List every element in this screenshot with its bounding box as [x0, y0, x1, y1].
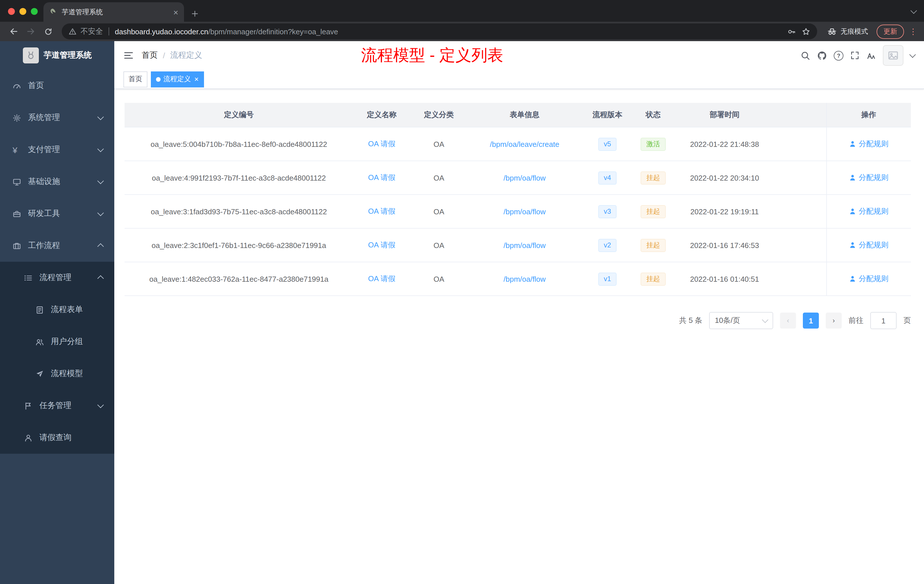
- page-size-select[interactable]: 10条/页: [709, 312, 773, 329]
- status-badge: 挂起: [640, 272, 666, 285]
- col-definition-name: 定义名称: [353, 103, 410, 127]
- app-logo[interactable]: 芋道管理系统: [0, 41, 114, 70]
- definition-name-link[interactable]: OA 请假: [368, 207, 395, 215]
- sidebar-item-payment[interactable]: ¥ 支付管理: [0, 134, 114, 166]
- form-info-link[interactable]: /bpm/oa/flow: [503, 173, 545, 182]
- send-icon: [35, 370, 44, 378]
- definition-table: 定义编号 定义名称 定义分类 表单信息 流程版本 状态 部署时间 操作: [125, 103, 911, 296]
- address-bar[interactable]: 不安全 dashboard.yudao.iocoder.cn/bpm/manag…: [62, 23, 817, 40]
- sidebar-item-label: 流程管理: [40, 272, 71, 283]
- tab-search-icon[interactable]: [911, 7, 917, 14]
- password-key-icon[interactable]: [787, 27, 796, 36]
- avatar-caret-icon[interactable]: [909, 51, 916, 58]
- sidebar-item-label: 请假查询: [40, 432, 71, 443]
- status-badge: 挂起: [640, 171, 666, 184]
- sidebar-item-process-management[interactable]: 流程管理: [0, 262, 114, 294]
- minimize-window-button[interactable]: [20, 8, 26, 15]
- app-navbar: 首页 / 流程定义 流程模型 - 定义列表 ?: [114, 41, 924, 70]
- table-row: oa_leave:5:004b710b-7b8a-11ec-8ef0-acde4…: [125, 127, 911, 161]
- zoom-window-button[interactable]: [31, 8, 38, 15]
- assign-rule-label: 分配规则: [859, 274, 889, 284]
- close-window-button[interactable]: [8, 8, 15, 15]
- tab-close-icon[interactable]: ×: [173, 8, 178, 16]
- search-icon[interactable]: [800, 51, 810, 60]
- tag-home[interactable]: 首页: [124, 71, 147, 87]
- browser-tab[interactable]: 芋道管理系统 ×: [43, 2, 184, 22]
- assign-rule-link[interactable]: 分配规则: [849, 240, 889, 250]
- sidebar-item-process-model[interactable]: 流程模型: [0, 358, 114, 390]
- back-button[interactable]: [6, 23, 22, 40]
- chevron-down-icon: [762, 317, 769, 323]
- sidebar-item-label: 工作流程: [28, 241, 60, 251]
- breadcrumb-home[interactable]: 首页: [142, 50, 158, 61]
- version-badge: v4: [598, 171, 617, 184]
- browser-menu-icon[interactable]: ⋮: [908, 27, 918, 36]
- cell-deploy-time: 2022-01-22 19:19:11: [673, 195, 776, 228]
- active-dot: [156, 77, 160, 81]
- next-page-button[interactable]: ›: [826, 313, 842, 328]
- page-content: 定义编号 定义名称 定义分类 表单信息 流程版本 状态 部署时间 操作: [114, 89, 924, 584]
- chevron-down-icon: [97, 178, 104, 184]
- font-size-icon[interactable]: [866, 51, 876, 60]
- col-deploy-time: 部署时间: [673, 103, 776, 127]
- page-number-button[interactable]: 1: [803, 313, 819, 328]
- cell-filler: [776, 195, 826, 228]
- sidebar-item-leave-query[interactable]: 请假查询: [0, 422, 114, 454]
- table-row: oa_leave:4:991f2193-7b7f-11ec-a3c8-acde4…: [125, 161, 911, 195]
- chevron-down-icon: [97, 402, 104, 408]
- cell-filler: [776, 127, 826, 161]
- sidebar-item-task-management[interactable]: 任务管理: [0, 390, 114, 422]
- sidebar-item-user-group[interactable]: 用户分组: [0, 326, 114, 358]
- url-path: /bpm/manager/definition?key=oa_leave: [208, 27, 338, 36]
- list-icon: [24, 274, 33, 282]
- definition-name-link[interactable]: OA 请假: [368, 139, 395, 148]
- refresh-button[interactable]: [40, 23, 56, 40]
- definition-name-link[interactable]: OA 请假: [368, 274, 395, 283]
- cell-category: OA: [410, 161, 467, 195]
- sidebar-item-home[interactable]: 首页: [0, 70, 114, 102]
- bookmark-star-icon[interactable]: [802, 27, 810, 36]
- chevron-down-icon: [97, 210, 104, 216]
- breadcrumb-current: 流程定义: [170, 50, 202, 61]
- sidebar-item-process-form[interactable]: 流程表单: [0, 294, 114, 326]
- logo-image: [23, 48, 39, 63]
- cell-category: OA: [410, 127, 467, 161]
- sidebar-item-workflow[interactable]: 工作流程: [0, 230, 114, 262]
- goto-page-input[interactable]: [870, 312, 897, 329]
- form-info-link[interactable]: /bpm/oa/flow: [503, 275, 545, 283]
- assign-rule-link[interactable]: 分配规则: [849, 173, 889, 183]
- sidebar: 芋道管理系统 首页 系统管理 ¥ 支付管理: [0, 41, 114, 584]
- avatar[interactable]: [883, 45, 903, 66]
- version-badge: v1: [598, 272, 617, 285]
- chrome-update-button[interactable]: 更新: [876, 24, 904, 39]
- definition-name-link[interactable]: OA 请假: [368, 241, 395, 249]
- page-annotation: 流程模型 - 定义列表: [361, 45, 503, 66]
- col-status: 状态: [633, 103, 673, 127]
- prev-page-button[interactable]: ‹: [780, 313, 796, 328]
- sidebar-item-label: 流程表单: [51, 305, 83, 315]
- help-icon[interactable]: ?: [834, 51, 843, 60]
- form-info-link[interactable]: /bpm/oa/flow: [503, 207, 545, 216]
- sidebar-item-devtools[interactable]: 研发工具: [0, 198, 114, 230]
- flag-icon: [24, 401, 33, 410]
- col-actions: 操作: [826, 103, 911, 127]
- new-tab-button[interactable]: [191, 10, 199, 18]
- assign-rule-link[interactable]: 分配规则: [849, 139, 889, 149]
- tag-process-definition[interactable]: 流程定义 ×: [151, 71, 204, 87]
- tag-close-icon[interactable]: ×: [194, 76, 198, 83]
- status-badge: 激活: [640, 137, 666, 150]
- sidebar-item-system[interactable]: 系统管理: [0, 102, 114, 134]
- definition-name-link[interactable]: OA 请假: [368, 173, 395, 182]
- github-icon[interactable]: [817, 51, 827, 60]
- tags-view: 首页 流程定义 ×: [114, 70, 924, 89]
- form-info-link[interactable]: /bpm/oa/leave/create: [490, 140, 559, 148]
- user-icon: [24, 434, 33, 442]
- forward-button[interactable]: [23, 23, 39, 40]
- fullscreen-icon[interactable]: [850, 51, 860, 60]
- security-label[interactable]: 不安全: [81, 26, 103, 36]
- assign-rule-link[interactable]: 分配规则: [849, 274, 889, 284]
- sidebar-item-infra[interactable]: 基础设施: [0, 166, 114, 198]
- form-info-link[interactable]: /bpm/oa/flow: [503, 241, 545, 249]
- hamburger-icon[interactable]: [124, 50, 134, 61]
- assign-rule-link[interactable]: 分配规则: [849, 206, 889, 216]
